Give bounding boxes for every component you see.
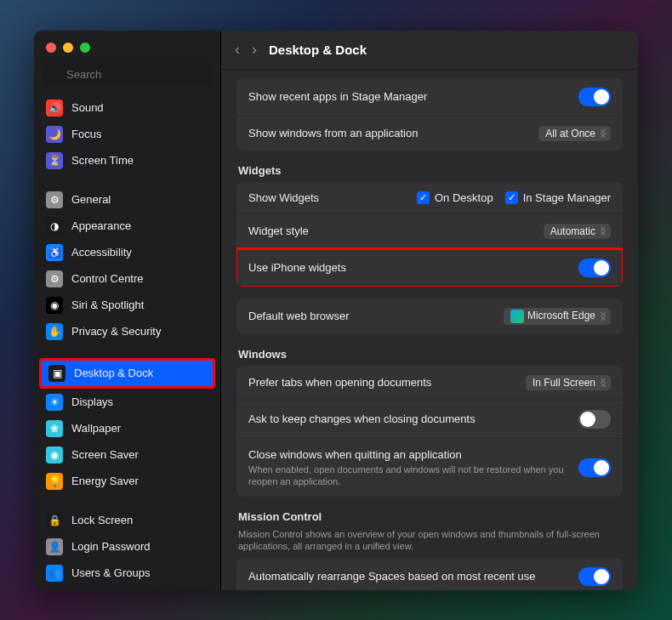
toggle-use-iphone-widgets[interactable] — [578, 259, 611, 277]
sidebar-item-label: Energy Saver — [71, 475, 139, 487]
sidebar-icon: ▣ — [48, 365, 65, 382]
label-auto-rearrange: Automatically rearrange Spaces based on … — [248, 570, 570, 583]
section-widgets-title: Widgets — [238, 164, 623, 177]
widgets-panel: Show Widgets ✓ On Desktop ✓ In Stage Man… — [236, 182, 623, 287]
sidebar-icon: ❀ — [46, 420, 63, 437]
sidebar-icon: ☀ — [46, 394, 63, 411]
sidebar-item-users-groups[interactable]: 👥Users & Groups — [39, 560, 215, 586]
sidebar-item-label: Sound — [71, 101, 104, 114]
label-show-recent-apps: Show recent apps in Stage Manager — [248, 90, 570, 103]
browser-panel: Default web browser Microsoft Edge — [236, 299, 623, 334]
sidebar-icon: ♿ — [46, 244, 63, 261]
section-mission-title: Mission Control — [238, 510, 623, 523]
sidebar-item-siri-spotlight[interactable]: ◉Siri & Spotlight — [39, 293, 215, 318]
sidebar-icon: 🔒 — [46, 512, 63, 529]
sidebar-item-appearance[interactable]: ◑Appearance — [39, 213, 215, 239]
sidebar-item-label: Appearance — [71, 219, 131, 232]
sidebar-icon: 👤 — [46, 538, 63, 555]
toggle-auto-rearrange[interactable] — [578, 567, 611, 586]
sidebar-item-displays[interactable]: ☀Displays — [39, 390, 215, 415]
row-use-iphone-widgets: Use iPhone widgets — [236, 249, 623, 287]
label-show-widgets: Show Widgets — [248, 191, 408, 204]
windows-panel: Prefer tabs when opening documents In Fu… — [236, 366, 623, 498]
label-in-stage-manager: In Stage Manager — [523, 191, 611, 204]
search-input[interactable] — [43, 63, 212, 86]
page-title: Desktop & Dock — [269, 43, 367, 57]
sidebar-item-login-password[interactable]: 👤Login Password — [39, 534, 215, 560]
sidebar-item-lock-screen[interactable]: 🔒Lock Screen — [39, 508, 215, 533]
sidebar-item-label: Privacy & Security — [71, 325, 161, 338]
sidebar-item-label: Displays — [71, 395, 113, 408]
checkbox-in-stage-manager[interactable]: ✓ — [505, 191, 518, 204]
sidebar-item-control-centre[interactable]: ⚙Control Centre — [39, 266, 215, 292]
sidebar-item-desktop-dock[interactable]: ▣Desktop & Dock — [39, 358, 215, 389]
zoom-window-button[interactable] — [80, 43, 90, 53]
sidebar-icon: 🌙 — [46, 126, 63, 143]
sidebar-icon: ◉ — [46, 447, 63, 464]
sidebar-item-sound[interactable]: 🔊Sound — [39, 95, 215, 121]
back-button[interactable]: ‹ — [235, 41, 240, 59]
sidebar-icon: ✋ — [46, 323, 63, 340]
sidebar-item-focus[interactable]: 🌙Focus — [39, 122, 215, 147]
minimize-window-button[interactable] — [63, 43, 73, 53]
system-settings-window: ⌕ 🔊Sound🌙Focus⏳Screen Time⚙General◑Appea… — [34, 31, 638, 590]
mission-panel: Automatically rearrange Spaces based on … — [236, 558, 623, 590]
select-prefer-tabs[interactable]: In Full Screen — [526, 375, 611, 390]
sidebar-item-screen-time[interactable]: ⏳Screen Time — [39, 148, 215, 173]
window-controls — [34, 31, 220, 60]
row-show-recent-apps: Show recent apps in Stage Manager — [236, 78, 623, 117]
row-prefer-tabs: Prefer tabs when opening documents In Fu… — [236, 366, 623, 401]
close-window-button[interactable] — [46, 43, 56, 53]
sidebar-item-label: Siri & Spotlight — [71, 299, 144, 311]
sidebar-item-privacy-security[interactable]: ✋Privacy & Security — [39, 319, 215, 344]
sidebar-icon: 💡 — [46, 473, 63, 490]
toggle-close-windows-quit[interactable] — [578, 458, 611, 477]
sidebar-item-energy-saver[interactable]: 💡Energy Saver — [39, 469, 215, 494]
row-show-widgets: Show Widgets ✓ On Desktop ✓ In Stage Man… — [236, 182, 623, 214]
section-windows-title: Windows — [238, 348, 623, 361]
label-windows-from-app: Show windows from an application — [248, 127, 530, 139]
edge-icon — [510, 310, 524, 323]
sidebar-item-label: General — [71, 193, 111, 206]
label-prefer-tabs: Prefer tabs when opening documents — [248, 376, 517, 389]
sidebar-icon: 🔊 — [46, 100, 63, 117]
sidebar-item-label: Control Centre — [71, 272, 144, 285]
label-close-windows-quit: Close windows when quitting an applicati… — [248, 448, 570, 461]
sidebar-item-wallpaper[interactable]: ❀Wallpaper — [39, 416, 215, 441]
label-use-iphone-widgets: Use iPhone widgets — [248, 261, 570, 274]
label-ask-keep-changes: Ask to keep changes when closing documen… — [248, 412, 570, 425]
sidebar-item-label: Screen Time — [71, 154, 134, 167]
toggle-ask-keep-changes[interactable] — [578, 410, 611, 429]
stage-manager-panel: Show recent apps in Stage Manager Show w… — [236, 78, 623, 151]
select-windows-from-app[interactable]: All at Once — [538, 126, 611, 141]
sidebar-icon: ⚙ — [46, 270, 63, 287]
content-scroll[interactable]: Show recent apps in Stage Manager Show w… — [221, 70, 638, 590]
sidebar-icon: ⚙ — [46, 191, 63, 208]
row-ask-keep-changes: Ask to keep changes when closing documen… — [236, 401, 623, 439]
label-default-browser: Default web browser — [248, 310, 495, 322]
toggle-show-recent-apps[interactable] — [578, 88, 611, 106]
select-widget-style[interactable]: Automatic — [544, 224, 611, 239]
row-close-windows-quit: Close windows when quitting an applicati… — [236, 439, 623, 498]
sidebar-item-label: Login Password — [71, 540, 151, 553]
row-windows-from-app: Show windows from an application All at … — [236, 117, 623, 151]
sidebar-list[interactable]: 🔊Sound🌙Focus⏳Screen Time⚙General◑Appeara… — [34, 94, 220, 590]
row-auto-rearrange: Automatically rearrange Spaces based on … — [236, 558, 623, 590]
label-widget-style: Widget style — [248, 225, 535, 237]
sidebar-icon: ◑ — [46, 218, 63, 235]
sidebar-icon: ⏳ — [46, 152, 63, 169]
checkbox-on-desktop[interactable]: ✓ — [417, 191, 430, 204]
sidebar-item-accessibility[interactable]: ♿Accessibility — [39, 240, 215, 265]
sidebar-item-general[interactable]: ⚙General — [39, 187, 215, 213]
sidebar-item-label: Desktop & Dock — [74, 367, 153, 379]
sidebar-item-screen-saver[interactable]: ◉Screen Saver — [39, 442, 215, 468]
sidebar-item-label: Accessibility — [71, 246, 132, 259]
select-default-browser[interactable]: Microsoft Edge — [504, 308, 611, 325]
forward-button[interactable]: › — [252, 41, 257, 59]
header: ‹ › Desktop & Dock — [221, 31, 638, 70]
section-mission-sub: Mission Control shows an overview of you… — [238, 528, 621, 553]
sub-close-windows-quit: When enabled, open documents and windows… — [248, 464, 570, 488]
sidebar-item-label: Users & Groups — [71, 566, 150, 579]
label-on-desktop: On Desktop — [435, 191, 493, 204]
sidebar-item-label: Lock Screen — [71, 514, 133, 526]
